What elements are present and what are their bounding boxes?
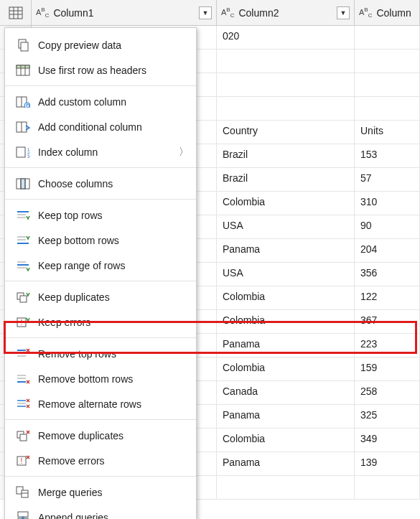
svg-text:!: ! [21, 319, 23, 327]
menu-separator [5, 199, 196, 200]
grid-header: ABC Column1 ▼ ABC Column2 ▼ ABC Column [0, 0, 420, 26]
menu-label: Remove duplicates [38, 430, 189, 441]
menu-remove-bottom-rows[interactable]: Remove bottom rows [5, 366, 196, 391]
cell-col3[interactable]: 258 [355, 381, 420, 404]
cell-col2[interactable] [217, 97, 355, 120]
svg-rect-6 [21, 42, 28, 51]
menu-add-custom-column[interactable]: ⚙ Add custom column [5, 89, 196, 114]
cell-col3[interactable] [355, 26, 420, 49]
merge-icon [14, 485, 32, 500]
menu-label: Copy preview data [38, 39, 189, 51]
cell-col2[interactable]: Panama [217, 452, 355, 475]
cell-col3[interactable] [355, 50, 420, 73]
menu-label: Remove bottom rows [38, 373, 189, 385]
cell-col2[interactable]: Country [217, 121, 355, 144]
cell-col2[interactable]: Colombia [217, 192, 355, 215]
menu-remove-errors[interactable]: ! Remove errors [5, 448, 196, 473]
keep-bottom-icon [14, 233, 32, 248]
menu-remove-duplicates[interactable]: Remove duplicates [5, 423, 196, 448]
cell-col3[interactable]: Units [355, 121, 420, 144]
menu-remove-top-rows[interactable]: Remove top rows [5, 341, 196, 366]
svg-text:⚙: ⚙ [25, 103, 30, 108]
menu-keep-duplicates[interactable]: Keep duplicates [5, 284, 196, 309]
svg-rect-0 [9, 7, 22, 19]
cell-col3[interactable] [355, 97, 420, 120]
table-context-menu: Copy preview data Use first row as heade… [4, 27, 197, 519]
menu-keep-top-rows[interactable]: Keep top rows [5, 202, 196, 228]
cell-col3[interactable]: 139 [355, 452, 420, 475]
cell-col3[interactable]: 223 [355, 334, 420, 357]
column-header-1[interactable]: ABC Column1 ▼ [32, 0, 217, 25]
cell-col2[interactable]: Canada [217, 381, 355, 404]
keep-range-icon [14, 258, 32, 273]
remove-bottom-icon [14, 371, 32, 387]
menu-add-conditional-column[interactable]: Add conditional column [5, 114, 196, 139]
menu-label: Keep top rows [38, 210, 189, 221]
menu-keep-range-rows[interactable]: Keep range of rows [5, 253, 196, 278]
column-header-3[interactable]: ABC Column [355, 0, 420, 25]
cell-col2[interactable] [217, 50, 355, 73]
svg-rect-22 [21, 179, 25, 189]
cell-col2[interactable]: Panama [217, 405, 355, 428]
svg-rect-52 [22, 490, 28, 497]
cell-col2[interactable] [217, 73, 355, 96]
cell-col2[interactable]: Brazil [217, 144, 355, 167]
menu-merge-queries[interactable]: Merge queries [5, 480, 196, 505]
column-filter-dropdown[interactable]: ▼ [199, 6, 212, 19]
cell-col2[interactable]: Colombia [217, 310, 355, 333]
remove-alternate-icon [14, 396, 32, 412]
column-header-2[interactable]: ABC Column2 ▼ [217, 0, 355, 25]
menu-label: Keep bottom rows [38, 235, 189, 246]
menu-keep-errors[interactable]: ! Keep errors [5, 309, 196, 335]
cell-col2[interactable]: Colombia [217, 429, 355, 452]
menu-label: Keep errors [38, 317, 189, 328]
cell-col2[interactable]: Panama [217, 334, 355, 357]
cell-col2[interactable]: Colombia [217, 357, 355, 380]
keep-top-icon [14, 207, 32, 223]
index-column-icon: 123 [14, 144, 32, 160]
menu-keep-bottom-rows[interactable]: Keep bottom rows [5, 228, 196, 253]
cell-col3[interactable]: 204 [355, 239, 420, 262]
cell-col3[interactable]: 356 [355, 263, 420, 286]
text-type-icon: ABC [359, 6, 372, 19]
menu-index-column[interactable]: 123 Index column 〉 [5, 139, 196, 164]
cell-col3[interactable]: 310 [355, 192, 420, 215]
cell-col3[interactable]: 57 [355, 168, 420, 191]
cell-col3[interactable]: 349 [355, 429, 420, 452]
headers-icon [14, 62, 32, 78]
table-icon [9, 6, 23, 19]
remove-duplicates-icon [14, 428, 32, 444]
column-filter-dropdown[interactable]: ▼ [337, 6, 350, 19]
cell-col3[interactable]: 367 [355, 310, 420, 333]
cell-col3[interactable]: 122 [355, 286, 420, 309]
svg-rect-35 [20, 296, 27, 302]
table-corner-button[interactable] [0, 0, 32, 25]
cell-col2[interactable]: Panama [217, 239, 355, 262]
chevron-right-icon: 〉 [179, 146, 189, 159]
menu-label: Append queries [38, 512, 189, 520]
cell-col2[interactable] [217, 476, 355, 499]
text-type-icon: ABC [221, 6, 234, 19]
menu-choose-columns[interactable]: Choose columns [5, 171, 196, 196]
cell-col2[interactable]: Brazil [217, 168, 355, 191]
cell-col3[interactable]: 325 [355, 405, 420, 428]
menu-label: Merge queries [38, 487, 189, 498]
menu-label: Remove errors [38, 455, 189, 467]
cell-col2[interactable]: USA [217, 215, 355, 238]
menu-label: Keep duplicates [38, 291, 189, 303]
cell-col2[interactable]: 020 [217, 26, 355, 49]
cell-col3[interactable]: 90 [355, 215, 420, 238]
menu-label: Keep range of rows [38, 260, 189, 271]
cell-col3[interactable] [355, 476, 420, 499]
cell-col3[interactable] [355, 73, 420, 96]
menu-append-queries[interactable]: Append queries [5, 505, 196, 519]
copy-icon [14, 37, 32, 53]
menu-copy-preview-data[interactable]: Copy preview data [5, 32, 196, 57]
cell-col2[interactable]: USA [217, 263, 355, 286]
cell-col3[interactable]: 153 [355, 144, 420, 167]
menu-use-first-row-as-headers[interactable]: Use first row as headers [5, 57, 196, 83]
menu-separator [5, 476, 196, 477]
cell-col2[interactable]: Colombia [217, 286, 355, 309]
menu-remove-alternate-rows[interactable]: Remove alternate rows [5, 391, 196, 416]
cell-col3[interactable]: 159 [355, 357, 420, 380]
